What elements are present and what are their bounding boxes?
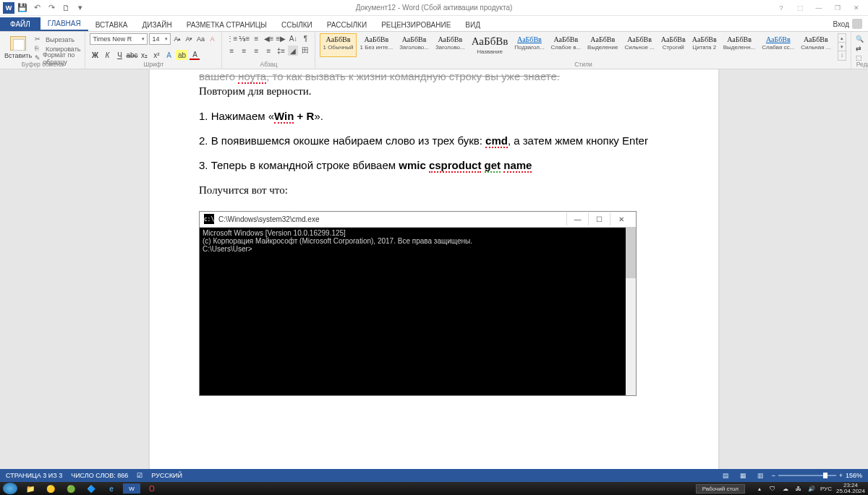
tray-volume-icon[interactable]: 🔊	[807, 484, 816, 493]
taskbar-edge-icon[interactable]: e	[103, 483, 120, 494]
text-effects-button[interactable]: A	[163, 50, 174, 60]
tab-review[interactable]: РЕЦЕНЗИРОВАНИЕ	[374, 19, 458, 31]
clear-format-button[interactable]: A	[207, 34, 217, 44]
bold-button[interactable]: Ж	[90, 50, 100, 60]
document-canvas[interactable]: вашего ноута, то как вызвать к жизни ком…	[0, 69, 868, 482]
restore-button[interactable]: ❐	[829, 2, 846, 14]
strike-button[interactable]: abc	[127, 50, 137, 60]
paragraph[interactable]: Повторим для верности.	[199, 84, 669, 98]
style-item[interactable]: АаБбВвПодзагол...	[511, 33, 547, 57]
font-size-combo[interactable]: 14▾	[149, 33, 171, 45]
status-page[interactable]: СТРАНИЦА 3 ИЗ 3	[6, 472, 62, 479]
align-left-button[interactable]: ≡	[226, 46, 237, 56]
style-item[interactable]: АаБбВв1 Обычный	[320, 33, 356, 57]
zoom-out-button[interactable]: −	[771, 472, 775, 479]
zoom-in-button[interactable]: +	[839, 472, 843, 479]
underline-button[interactable]: Ч	[114, 50, 124, 60]
zoom-value[interactable]: 156%	[846, 472, 862, 479]
tray-security-icon[interactable]: 🛡	[768, 484, 777, 493]
font-name-combo[interactable]: Times New R▾	[90, 33, 148, 45]
print-layout-button[interactable]: ▦	[736, 470, 749, 481]
show-marks-button[interactable]: ¶	[300, 33, 310, 43]
paste-button[interactable]: Вставить	[4, 33, 32, 59]
style-item[interactable]: АаБбВв1 Без инте...	[357, 33, 396, 57]
tray-language[interactable]: РУС	[820, 486, 832, 492]
read-mode-button[interactable]: ▤	[719, 470, 732, 481]
decrease-indent-button[interactable]: ◀≡	[263, 33, 273, 43]
align-right-button[interactable]: ≡	[251, 46, 261, 56]
shading-button[interactable]: ◢	[288, 46, 298, 56]
style-item[interactable]: АаБбВвСильная ...	[798, 33, 833, 57]
cmd-window-image[interactable]: c:\ C:\Windows\system32\cmd.exe — ☐ ✕ Mi…	[199, 211, 637, 396]
tray-up-icon[interactable]: ▴	[755, 484, 764, 493]
close-button[interactable]: ✕	[848, 2, 865, 14]
line-spacing-button[interactable]: ‡≡	[276, 46, 286, 56]
style-item[interactable]: АаБбВвЗаголово...	[396, 33, 432, 57]
replace-button[interactable]: ⇄Заменить	[856, 44, 868, 53]
show-desktop-label[interactable]: Рабочий стол	[696, 484, 745, 494]
subscript-button[interactable]: x₂	[139, 50, 149, 60]
help-button[interactable]: ?	[773, 2, 790, 14]
zoom-control[interactable]: − + 156%	[771, 472, 862, 479]
shrink-font-button[interactable]: A▾	[184, 34, 194, 44]
sort-button[interactable]: A↓	[288, 33, 298, 43]
sign-in-link[interactable]: Вход	[827, 17, 868, 31]
cut-button[interactable]: ✂Вырезать	[35, 35, 80, 44]
style-item[interactable]: АаБбВвСлабая сс...	[759, 33, 797, 57]
style-item[interactable]: АаБбВвВыделение	[584, 33, 621, 57]
status-words[interactable]: ЧИСЛО СЛОВ: 866	[71, 472, 128, 479]
tab-layout[interactable]: РАЗМЕТКА СТРАНИЦЫ	[179, 19, 274, 31]
paragraph[interactable]: Получится вот что:	[199, 183, 669, 197]
status-language[interactable]: РУССКИЙ	[151, 472, 182, 479]
tab-mailings[interactable]: РАССЫЛКИ	[320, 19, 374, 31]
find-button[interactable]: 🔍Найти▾	[856, 35, 868, 44]
style-item[interactable]: АаБбВвСтрогий	[658, 33, 689, 57]
zoom-slider[interactable]	[778, 475, 836, 476]
italic-button[interactable]: К	[102, 50, 112, 60]
taskbar-chrome-icon[interactable]: 🟡	[42, 483, 59, 494]
taskbar-explorer-icon[interactable]: 📁	[22, 483, 39, 494]
new-doc-icon[interactable]: 🗋	[59, 1, 72, 14]
style-item[interactable]: АаБбВвНазвание	[469, 33, 511, 57]
taskbar-app-icon[interactable]: 🔷	[82, 483, 100, 494]
style-item[interactable]: АаБбВвВыделенн...	[720, 33, 759, 57]
tab-view[interactable]: ВИД	[458, 19, 488, 31]
bullets-button[interactable]: ⋮≡	[226, 33, 237, 43]
gallery-down-button[interactable]: ▾	[838, 43, 846, 51]
redo-icon[interactable]: ↷	[45, 1, 58, 14]
multilevel-button[interactable]: ≡	[251, 33, 261, 43]
numbering-button[interactable]: ⅓≡	[239, 33, 249, 43]
style-item[interactable]: АаБбВвСлабое в...	[548, 33, 584, 57]
page[interactable]: вашего ноута, то как вызвать к жизни ком…	[150, 69, 718, 482]
undo-icon[interactable]: ↶	[30, 1, 43, 14]
grow-font-button[interactable]: A▴	[172, 34, 182, 44]
tray-network-icon[interactable]: 🖧	[794, 484, 803, 493]
gallery-more-button[interactable]: ⁞	[838, 51, 846, 60]
tray-cloud-icon[interactable]: ☁	[781, 484, 790, 493]
paragraph[interactable]: 3. Теперь в командной строке вбиваем wmi…	[199, 158, 669, 173]
superscript-button[interactable]: x²	[151, 50, 161, 60]
taskbar-word-icon[interactable]: W	[123, 483, 140, 494]
change-case-button[interactable]: Aa	[195, 34, 205, 44]
web-layout-button[interactable]: ▥	[754, 470, 767, 481]
style-item[interactable]: АаБбВвЦитата 2	[689, 33, 720, 57]
tray-clock[interactable]: 23:24 25.04.2024	[836, 483, 865, 494]
paragraph[interactable]: 1. Нажимаем «Win + R».	[199, 109, 669, 124]
minimize-button[interactable]: —	[810, 2, 827, 14]
justify-button[interactable]: ≡	[263, 46, 273, 56]
align-center-button[interactable]: ≡	[239, 46, 249, 56]
ribbon-display-button[interactable]: ⬚	[791, 2, 809, 14]
start-button[interactable]	[3, 483, 17, 494]
status-proofing[interactable]: ☑	[137, 472, 142, 479]
highlight-button[interactable]: ab	[176, 50, 187, 60]
paragraph[interactable]: вашего ноута, то как вызвать к жизни ком…	[199, 69, 669, 84]
tab-insert[interactable]: ВСТАВКА	[88, 19, 135, 31]
style-item[interactable]: АаБбВвЗаголово...	[433, 33, 468, 57]
tab-home[interactable]: ГЛАВНАЯ	[41, 17, 88, 31]
word-app-icon[interactable]: W	[3, 2, 14, 14]
qat-dropdown-icon[interactable]: ▾	[74, 1, 87, 14]
borders-button[interactable]: 田	[300, 46, 310, 56]
tab-file[interactable]: ФАЙЛ	[0, 17, 41, 31]
paragraph[interactable]: 2. В появившемся окошке набираем слово и…	[199, 134, 669, 148]
save-icon[interactable]: 💾	[16, 1, 29, 14]
